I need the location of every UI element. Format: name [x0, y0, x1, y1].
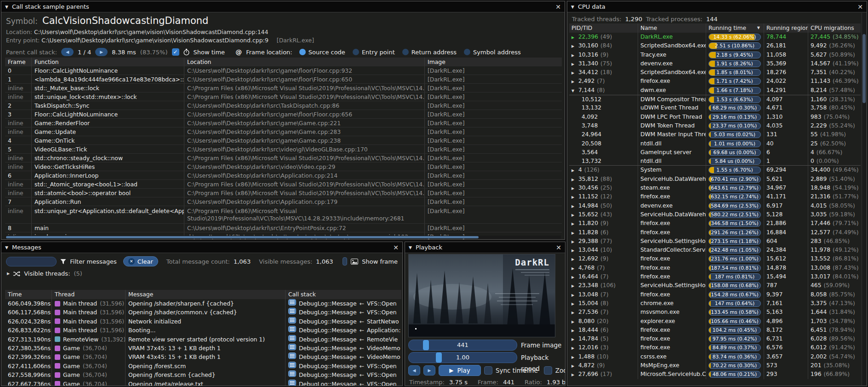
horizontal-scrollbar[interactable] [5, 236, 561, 239]
expand-arrow-icon[interactable]: ▶ [571, 335, 578, 343]
callstack-row[interactable]: inlineGame::UpdateC:\Users\wolf\Desktop\… [5, 127, 562, 136]
cpu-row[interactable]: ▶18,444(6)firefox.exe104.2 ms (0.45%)8,1… [569, 326, 861, 335]
expand-arrow-icon[interactable]: ▶ [571, 184, 578, 192]
cpu-row[interactable]: ▶15,004(8)chrome.exe147 ms (0.64%)7,1613… [569, 299, 861, 308]
collapse-icon[interactable]: ▼ [571, 5, 574, 9]
clear-button[interactable]: ✕ Clear [123, 256, 158, 266]
playback-speed-slider[interactable]: 1.00 [408, 352, 517, 363]
cpu-row[interactable]: ▶14,984(50)devenv.exe584.69 ms (2.53%)6,… [569, 202, 861, 210]
expand-arrow-icon[interactable]: ▶ [571, 370, 578, 379]
callstack-cell[interactable]: DebugLog::Message←VFS::Open [286, 370, 401, 379]
cpu-row[interactable]: ▶29,388(77)ServiceHub.SettingsHost273.15… [569, 237, 861, 246]
callstack-cell[interactable]: DebugLog::Message←Application: [286, 326, 401, 335]
expand-arrow-icon[interactable]: ▶ [571, 255, 578, 263]
callstack-row[interactable]: 0Floor::CalcLightNoLuminanceC:\Users\wol… [5, 66, 562, 75]
message-row[interactable]: 627,667,736nsGame(36,704)Opening /meta/r… [5, 380, 401, 386]
cpu-row[interactable]: ▶4,872(9)MsMpEng.exe70.22 ms (0.30%)5732… [569, 361, 861, 370]
column-header[interactable]: Time [5, 290, 52, 299]
collapse-icon[interactable]: ▼ [409, 245, 412, 250]
message-row[interactable]: 627,313,190nsRemoteView(31,392)Remote vi… [5, 335, 401, 344]
next-callstack-button[interactable]: ▶ [95, 48, 108, 56]
expand-arrow-icon[interactable]: ▶ [571, 202, 578, 210]
close-icon[interactable]: ✕ [556, 244, 561, 251]
messages-panel-header[interactable]: ▼ Messages ✕ [1, 242, 402, 253]
cpu-row[interactable]: ▶1,488(10)csrss.exe83.74 ms (0.36%)3,657… [569, 352, 861, 361]
expand-arrow-icon[interactable]: ▶ [571, 237, 578, 246]
frame-location-option-symbol-address[interactable]: Symbol address [464, 49, 521, 56]
column-header[interactable]: CPU migrations [808, 23, 861, 33]
callstack-cell[interactable]: DebugLog::Message←VFS::Open [286, 380, 401, 386]
collapse-icon[interactable]: ▼ [5, 245, 8, 250]
cpu-row[interactable]: 4,092DWM LPC Port Thread29.16 ms (0.13%)… [569, 113, 861, 121]
frame-location-option-entry-point[interactable]: Entry point [353, 49, 395, 56]
cpu-row[interactable]: ▶23,348(106)ServiceHub.SettingsHost158.0… [569, 281, 861, 290]
callstack-row[interactable]: inlinestd::unique_lock<std::mutex>::lock… [5, 92, 562, 101]
callstack-row[interactable]: inlineVideo::GetTicksHiResC:\Users\wolf\… [5, 162, 562, 171]
zoom-2x-checkbox[interactable] [544, 366, 552, 375]
column-header[interactable]: Thread [52, 290, 126, 299]
callstack-cell[interactable]: DebugLog::Message←VFS::Open [286, 299, 401, 308]
message-row[interactable]: 606,117,568nsMain thread(31,596)Opening … [5, 308, 401, 317]
cpu-row[interactable]: ▶11,828(6)firefox.exe291.26 ms (1.26%)16… [569, 228, 861, 237]
cpu-row[interactable]: ▶34,412(18)ScriptedSandbox64.exe1.85 s (… [569, 68, 861, 77]
show-frame-checkbox[interactable] [343, 257, 348, 266]
callstack-cell[interactable]: DebugLog::Message←VFS::Open [286, 362, 401, 370]
expand-arrow-icon[interactable]: ▶ [571, 273, 578, 281]
callstack-row[interactable]: inlinestd::unique_ptr<Application,std::d… [5, 206, 562, 224]
expand-arrow-icon[interactable]: ▶ [571, 246, 578, 254]
callstack-cell[interactable]: DebugLog::Message←StartNetwo [286, 317, 401, 326]
cpu-row[interactable]: ▶4(126)System1.55 s (6.70%)69,29434,400(… [569, 166, 861, 174]
frame-image-slider[interactable]: 441 [408, 340, 517, 351]
cpu-row[interactable]: ▶8,080(20)explorer.exe105.66 ms (0.46%)4… [569, 317, 861, 326]
prev-callstack-button[interactable]: ◀ [61, 48, 74, 56]
expand-arrow-icon[interactable]: ▶ [571, 229, 578, 237]
collapse-arrow-icon[interactable]: ▼ [571, 87, 578, 95]
vertical-scrollbar[interactable] [862, 13, 866, 385]
expand-arrow-icon[interactable]: ▶ [571, 60, 578, 68]
cpu-row[interactable]: ▶16,464(7)firefox.exe187 ms (0.81%)15,49… [569, 272, 861, 281]
message-row[interactable]: 627,411,606nsGame(36,704)Opening /forest… [5, 362, 401, 370]
callstack-row[interactable]: inlineGame::RenderFloorC:\Users\wolf\Des… [5, 119, 562, 127]
column-header[interactable]: Function [32, 58, 184, 66]
message-row[interactable]: 606,049,398nsMain thread(31,596)Opening … [5, 299, 401, 308]
frame-location-option-return-address[interactable]: Return address [402, 49, 457, 56]
step-back-button[interactable]: ◀ [408, 365, 420, 375]
message-row[interactable]: 627,380,356nsGame(36,704)VRAM 37x45: 13 … [5, 344, 401, 352]
expand-arrow-icon[interactable]: ▶ [571, 211, 578, 219]
cpu-row[interactable]: ▶14,784(5)firefox.exe97.95 ms (0.42%)6,7… [569, 335, 861, 343]
column-header[interactable]: Image [425, 58, 562, 66]
expand-arrow-icon[interactable]: ▶ [571, 166, 578, 174]
callstack-row[interactable]: 5VideoGLBase::TickC:\Users\wolf\Desktop\… [5, 145, 562, 154]
message-row[interactable]: 627,399,326nsGame(36,704)VRAM 43x45: 15 … [5, 352, 401, 361]
frame-location-option-source-code[interactable]: Source code [299, 49, 345, 56]
expand-arrow-icon[interactable]: ▶ [571, 69, 578, 77]
cpu-row[interactable]: ▶30,456(25)steam.exe643.61 ms (2.79%)34,… [569, 184, 861, 192]
cpu-row[interactable]: 10,512DWM Compositor Thread1.53 s (6.63%… [569, 95, 861, 104]
message-row[interactable]: 627,558,996nsGame(36,704)Opening /forest… [5, 370, 401, 379]
callstack-cell[interactable]: DebugLog::Message←VideoMemo [286, 344, 401, 352]
cpu-row[interactable]: ▶11,152(12)firefox.exe632.15 ms (2.74%)4… [569, 192, 861, 201]
column-header[interactable]: Frame [5, 58, 32, 66]
callstack-row[interactable]: inlinestd::atomic<bool>::operator boolC:… [5, 189, 562, 197]
expand-arrow-icon[interactable]: ▶ [571, 344, 578, 352]
message-row[interactable]: 626,024,328nsMain thread(31,596)Network … [5, 317, 401, 326]
expand-arrow-icon[interactable]: ▶ [571, 353, 578, 361]
slider-handle[interactable] [423, 340, 429, 350]
visible-threads-row[interactable]: ▶ Visible threads: (5) [1, 268, 402, 278]
expand-arrow-icon[interactable]: ▶ [571, 318, 578, 326]
cpu-row[interactable]: ▶30,160(84)ScriptedSandbox64.exe2.51 s (… [569, 41, 861, 50]
cpu-row[interactable]: ▶13,048(7)firefox.exe154.28 ms (0.67%)9,… [569, 290, 861, 299]
callstack-row[interactable]: 6Application::InnerLoopC:\Users\wolf\Des… [5, 171, 562, 180]
step-forward-button[interactable]: ▶ [423, 365, 435, 375]
expand-arrow-icon[interactable]: ▶ [571, 362, 578, 370]
callstack-row[interactable]: inlinestd::_Mutex_base::lockC:\Program F… [5, 84, 562, 92]
callstack-row[interactable]: 2TaskDispatch::SyncC:\Users\wolf\Desktop… [5, 101, 562, 110]
callstack-cell[interactable]: DebugLog::Message←VFS::Open [286, 308, 401, 317]
column-header[interactable]: Running time▼ [706, 23, 764, 33]
callstack-cell[interactable]: DebugLog::Message←VideoMemo [286, 352, 401, 361]
callstack-panel-header[interactable]: ▼ Call stack sample parents ✕ [1, 1, 565, 12]
cpu-row[interactable]: 24,964DWM Master Input Threa5.03 ms (0.0… [569, 130, 861, 139]
callstack-row[interactable]: 3Floor::CalcLightNoLuminanceC:\Users\wol… [5, 110, 562, 119]
close-icon[interactable]: ✕ [555, 3, 561, 11]
collapse-icon[interactable]: ▼ [5, 5, 8, 9]
